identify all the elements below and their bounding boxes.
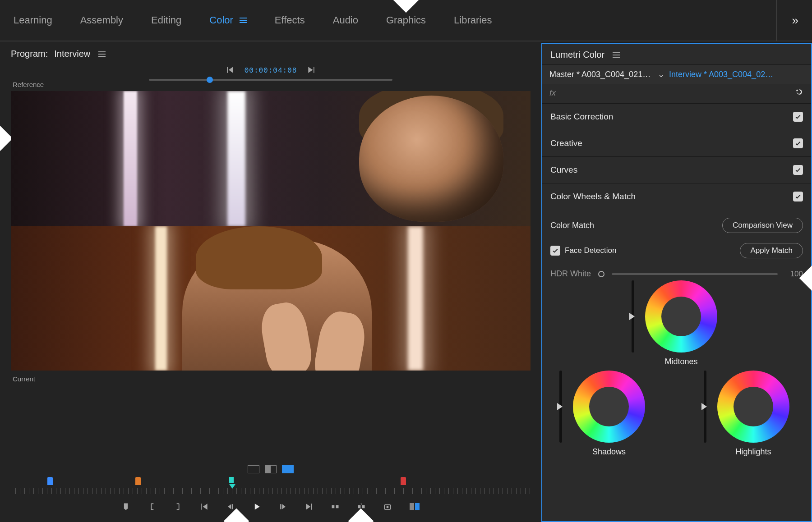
color-wheels: Midtones Shadows Highlights [550,280,803,470]
clip-sequence-name[interactable]: Interview * A003_C004_02… [669,70,804,79]
highlights-wheel[interactable]: Highlights [717,371,789,457]
mark-in-icon[interactable] [147,501,157,512]
marker-strip[interactable] [11,477,531,488]
color-match-label: Color Match [550,221,594,230]
comparison-view-button[interactable] [408,501,421,512]
chevron-down-icon[interactable]: ⌄ [658,69,664,79]
reset-icon[interactable] [795,87,804,99]
program-monitor-panel: Program: Interview 00:00:04:08 Reference [0,41,541,522]
drop-indicator-bottom-2 [348,508,374,522]
workspace-tab-graphics[interactable]: Graphics [386,14,426,26]
hdr-white-knob[interactable] [598,271,604,277]
section-curves[interactable]: Curves [542,157,811,183]
go-to-out-icon[interactable] [307,65,316,76]
shadows-wheel[interactable]: Shadows [573,371,645,457]
svg-rect-0 [332,505,335,508]
reference-frame[interactable] [11,91,531,226]
playhead-marker[interactable] [229,477,234,483]
highlights-label: Highlights [735,447,771,457]
mark-out-icon[interactable] [173,501,184,512]
playhead-indicator[interactable] [229,484,235,489]
workspace-menu-icon[interactable] [240,18,247,23]
svg-rect-2 [358,505,361,508]
go-to-in-button[interactable] [199,501,210,512]
step-fwd-button[interactable] [277,501,288,512]
midtones-hue-wheel[interactable] [645,280,717,353]
out-point-marker[interactable] [401,477,406,485]
program-title-name: Interview [54,49,90,59]
display-mode-toggles [0,455,541,473]
lumetri-panel-header: Lumetri Color [542,44,811,65]
export-frame-button[interactable] [382,501,393,512]
panel-menu-icon[interactable] [98,51,106,57]
display-mode-full-icon[interactable] [282,465,294,473]
shadows-hue-wheel[interactable] [573,371,645,443]
fx-badge[interactable]: fx [549,88,556,98]
lumetri-title: Lumetri Color [550,50,604,60]
fx-row: fx [542,84,811,104]
clip-master-name[interactable]: Master * A003_C004_0213N1… [549,70,653,79]
scrub-controls: 00:00:04:08 [0,64,541,79]
time-ruler[interactable] [11,488,531,494]
midtones-wheel[interactable]: Midtones [645,280,717,366]
face-detection-label: Face Detection [565,246,616,255]
section-basic-correction[interactable]: Basic Correction [542,104,811,130]
play-button[interactable] [251,501,262,512]
lift-button[interactable] [330,501,341,512]
section-toggle-checkbox[interactable] [793,165,803,175]
marker-orange[interactable] [135,477,141,485]
midtones-label: Midtones [664,357,697,366]
hdr-white-label: HDR White [550,269,591,279]
current-label: Current [0,371,541,389]
program-panel-header: Program: Interview [0,44,541,64]
highlights-luma-slider[interactable] [704,371,706,443]
timecode-display[interactable]: 00:00:04:08 [245,67,297,75]
highlights-hue-wheel[interactable] [717,371,789,443]
svg-rect-3 [362,505,365,508]
section-label: Curves [550,165,577,175]
section-label: Creative [550,138,582,148]
program-title-prefix: Program: [11,49,48,59]
display-mode-outline-icon[interactable] [248,465,259,473]
workspace-tab-effects[interactable]: Effects [275,14,305,26]
workspace-tab-editing[interactable]: Editing [151,14,181,26]
workspace-bar: Learning Assembly Editing Color Effects … [0,0,812,41]
current-frame[interactable] [11,226,531,371]
svg-point-5 [387,506,389,508]
go-to-out-button[interactable] [304,501,314,512]
hdr-white-row: HDR White 100 [550,264,803,280]
workspace-tab-assembly[interactable]: Assembly [80,14,123,26]
clip-selector-row: Master * A003_C004_0213N1… ⌄ Interview *… [542,65,811,84]
section-label: Color Wheels & Match [550,192,636,201]
reference-label: Reference [0,81,541,91]
workspace-tab-color[interactable]: Color [209,14,247,26]
section-color-wheels-match[interactable]: Color Wheels & Match [542,183,811,210]
scrub-playhead[interactable] [207,77,213,83]
hdr-white-slider[interactable] [612,273,778,275]
display-mode-split-icon[interactable] [265,465,277,473]
section-label: Basic Correction [550,112,613,122]
section-toggle-checkbox[interactable] [793,138,803,148]
workspace-tab-audio[interactable]: Audio [333,14,358,26]
workspace-overflow-button[interactable]: » [776,0,798,41]
shadows-luma-slider[interactable] [559,371,562,443]
in-point-marker[interactable] [47,477,53,485]
comparison-view-button[interactable]: Comparison View [722,218,803,233]
drop-indicator-top [393,0,419,13]
color-match-block: Color Match Comparison View Face Detecti… [542,210,811,479]
midtones-luma-slider[interactable] [632,280,634,353]
panel-menu-icon[interactable] [613,52,620,58]
face-detection-checkbox[interactable] [550,246,560,256]
section-toggle-checkbox[interactable] [793,192,803,201]
workspace-tab-libraries[interactable]: Libraries [454,14,492,26]
transport-bar [0,494,541,522]
add-marker-icon[interactable] [120,501,131,512]
workspace-tab-learning[interactable]: Learning [14,14,52,26]
go-to-in-icon[interactable] [226,65,235,76]
section-toggle-checkbox[interactable] [793,112,803,122]
apply-match-button[interactable]: Apply Match [740,243,803,258]
scrub-bar[interactable] [149,79,392,81]
svg-rect-1 [336,505,339,508]
lumetri-color-panel: Lumetri Color Master * A003_C004_0213N1…… [541,43,812,522]
section-creative[interactable]: Creative [542,130,811,157]
